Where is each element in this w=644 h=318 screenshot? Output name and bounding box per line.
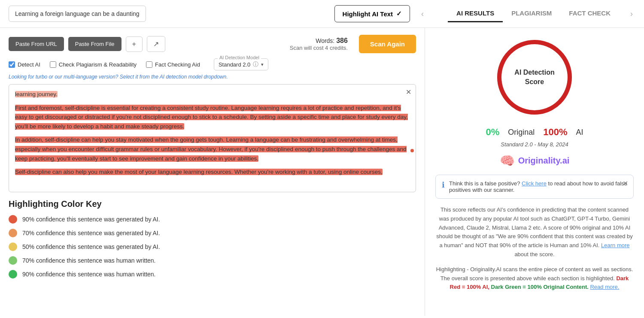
color-key-label-0: 90% confidence this sentence was generat… <box>22 216 160 223</box>
nav-arrow-right[interactable]: › <box>628 9 635 18</box>
read-more-link[interactable]: Read more. <box>590 284 619 290</box>
close-icon[interactable]: ✕ <box>406 88 411 96</box>
false-positive-close-icon[interactable]: ✕ <box>623 179 628 188</box>
text-para-3: In addition, self-discipline can help yo… <box>15 135 410 163</box>
document-title-input[interactable] <box>9 6 146 22</box>
text-para-4: Self-discipline can also help you make t… <box>15 167 410 177</box>
words-label: Words: <box>316 37 334 44</box>
originality-brand: 🧠 Originality.ai <box>435 154 634 168</box>
highlight-btn-label: Highlight AI Text <box>343 10 393 18</box>
dot-90-ai <box>9 215 17 224</box>
score-ai-value: 100% <box>543 127 567 138</box>
list-item: 90% confidence this sentence was human w… <box>9 270 416 279</box>
words-number: 386 <box>336 37 348 44</box>
false-positive-box: ℹ Think this is a false positive? Click … <box>435 175 634 199</box>
info-icon: ℹ <box>442 180 445 190</box>
score-circle-area: AI Detection Score <box>435 36 634 118</box>
score-values: 0% Original 100% AI <box>435 127 634 138</box>
dot-70-human <box>9 256 17 265</box>
circle-inner: AI Detection Score <box>494 36 575 118</box>
paste-from-file-button[interactable]: Paste From File <box>68 37 122 51</box>
score-original-value: 0% <box>486 127 499 138</box>
highlighted-text-3: In addition, self-discipline can help yo… <box>15 136 407 161</box>
tab-plagiarism[interactable]: PLAGIARISM <box>503 5 560 22</box>
words-count-display: Words: 386 <box>290 37 348 45</box>
false-positive-text: Think this is a false positive? Click he… <box>449 180 627 193</box>
nav-tabs: AI RESULTS PLAGIARISM FACT CHECK <box>448 5 619 22</box>
list-item: 70% confidence this sentence was human w… <box>9 256 416 265</box>
ai-label: AI <box>576 128 583 137</box>
brand-name: Originality.ai <box>518 156 570 166</box>
highlighted-text-1: learning journey. <box>15 91 58 97</box>
dark-green-label: Dark Green = 100% Original Content. <box>491 284 589 290</box>
share-button[interactable]: ↗ <box>147 36 165 52</box>
color-key-list: 90% confidence this sentence was generat… <box>9 215 416 279</box>
circle-label: AI Detection Score <box>514 68 554 87</box>
checkboxes-row: Detect AI Check Plagiarism & Readability… <box>9 58 416 70</box>
color-key-label-3: 70% confidence this sentence was human w… <box>22 257 156 264</box>
plagiarism-checkbox-label[interactable]: Check Plagiarism & Readability <box>50 61 137 68</box>
highlighted-text-2: First and foremost, self-discipline is e… <box>15 105 408 130</box>
scan-again-button[interactable]: Scan Again <box>359 35 416 53</box>
highlight-note: Highlighting - Originality.AI scans the … <box>435 265 634 292</box>
score-circle: AI Detection Score <box>494 36 575 118</box>
tab-fact-check[interactable]: FACT CHECK <box>560 5 619 22</box>
scroll-indicator <box>410 149 414 152</box>
credits-label: Scan will cost 4 credits. <box>290 45 348 51</box>
dot-50-ai <box>9 242 17 251</box>
text-para-2: First and foremost, self-discipline is e… <box>15 103 410 131</box>
color-key-title: Highlighting Color Key <box>9 199 416 209</box>
left-panel: Paste From URL Paste From File + ↗ Words… <box>0 28 425 316</box>
model-select-wrapper: AI Detection Model Standard 2.0 ⓘ Standa… <box>214 58 268 70</box>
paste-from-url-button[interactable]: Paste From URL <box>9 37 64 51</box>
plagiarism-checkbox[interactable] <box>50 61 56 68</box>
original-label: Original <box>508 128 535 137</box>
brain-icon: 🧠 <box>500 154 515 168</box>
add-button[interactable]: + <box>126 36 143 52</box>
false-positive-link[interactable]: Click here <box>522 180 547 187</box>
dot-90-human <box>9 270 17 279</box>
color-key-label-4: 90% confidence this sentence was human w… <box>22 271 156 278</box>
detect-ai-checkbox[interactable] <box>9 61 15 68</box>
list-item: 70% confidence this sentence was generat… <box>9 229 416 237</box>
list-item: 50% confidence this sentence was generat… <box>9 242 416 251</box>
description-text: This score reflects our AI's confidence … <box>435 206 634 259</box>
right-panel: AI Detection Score 0% Original 100% AI S… <box>425 28 644 316</box>
tab-ai-results[interactable]: AI RESULTS <box>448 5 503 22</box>
text-editor[interactable]: learning journey. First and foremost, se… <box>9 85 416 192</box>
main-layout: Paste From URL Paste From File + ↗ Words… <box>0 28 644 316</box>
color-key-section: Highlighting Color Key 90% confidence th… <box>9 199 416 279</box>
highlighted-text-4: Self-discipline can also help you make t… <box>15 169 383 175</box>
word-count-area: Words: 386 Scan will cost 4 credits. <box>290 37 348 51</box>
color-key-label-2: 50% confidence this sentence was generat… <box>22 243 160 250</box>
list-item: 90% confidence this sentence was generat… <box>9 215 416 224</box>
fact-check-checkbox-label[interactable]: Fact Checking Aid <box>146 61 200 68</box>
score-model-date: Standard 2.0 - May 8, 2024 <box>435 141 634 148</box>
check-icon: ✓ <box>396 10 402 18</box>
highlight-ai-text-button[interactable]: Highlight AI Text ✓ <box>334 5 410 22</box>
text-para-1: learning journey. <box>15 90 410 99</box>
nav-arrow-left[interactable]: ‹ <box>419 9 426 18</box>
top-bar: Highlight AI Text ✓ ‹ AI RESULTS PLAGIAR… <box>0 0 644 28</box>
toolbar-row-1: Paste From URL Paste From File + ↗ Words… <box>9 35 416 53</box>
learn-more-link[interactable]: Learn more <box>601 242 629 248</box>
dot-70-ai <box>9 229 17 237</box>
detect-ai-checkbox-label[interactable]: Detect AI <box>9 61 40 68</box>
color-key-label-1: 70% confidence this sentence was generat… <box>22 230 160 236</box>
fact-check-checkbox[interactable] <box>146 61 152 68</box>
text-area-container: learning journey. First and foremost, se… <box>9 84 416 192</box>
turbo-note: Looking for turbo or our multi-language … <box>9 74 416 80</box>
